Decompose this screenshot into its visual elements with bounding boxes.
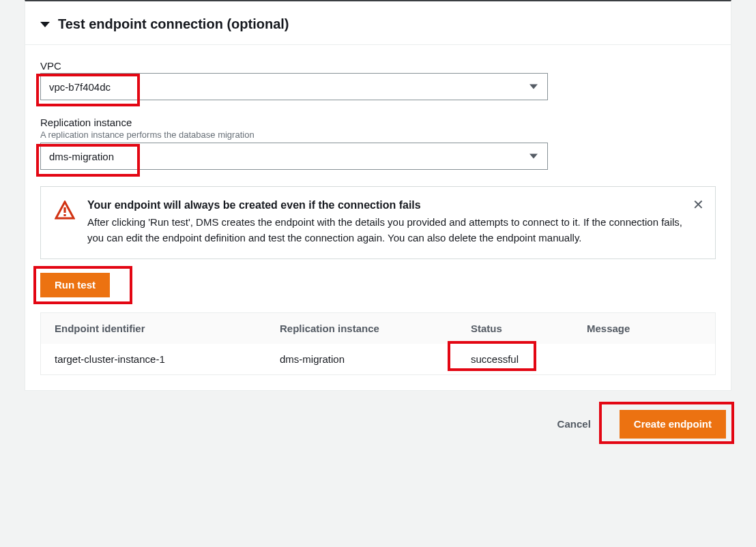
col-message-header: Message: [587, 323, 701, 334]
chevron-down-icon: [529, 85, 538, 89]
cell-message: [587, 353, 701, 365]
svg-rect-2: [63, 214, 66, 216]
vpc-select-value: vpc-b7f404dc: [49, 81, 111, 93]
run-test-container: Run test: [40, 273, 716, 297]
run-test-button[interactable]: Run test: [40, 273, 110, 297]
replication-desc: A replication instance performs the data…: [40, 130, 716, 140]
panel-body: VPC vpc-b7f404dc Replication instance A …: [25, 45, 731, 390]
alert-content: Your endpoint will always be created eve…: [87, 199, 701, 246]
col-replication-header: Replication instance: [280, 323, 471, 334]
vpc-field: VPC vpc-b7f404dc: [40, 60, 716, 100]
cell-status: successful: [471, 353, 587, 365]
close-icon[interactable]: ✕: [693, 198, 704, 211]
replication-field: Replication instance A replication insta…: [40, 117, 716, 170]
vpc-label: VPC: [40, 60, 716, 72]
footer-actions: Cancel Create endpoint: [0, 391, 756, 455]
table-row: target-cluster-instance-1 dms-migration …: [41, 344, 715, 374]
svg-rect-1: [63, 207, 66, 213]
cell-replication: dms-migration: [280, 353, 471, 365]
create-endpoint-button[interactable]: Create endpoint: [620, 410, 726, 439]
panel-header[interactable]: Test endpoint connection (optional): [25, 1, 731, 44]
warning-icon: [55, 201, 75, 246]
replication-label: Replication instance: [40, 117, 716, 128]
alert-body: After clicking 'Run test', DMS creates t…: [87, 214, 701, 246]
results-table: Endpoint identifier Replication instance…: [40, 312, 716, 375]
replication-select[interactable]: dms-migration: [40, 143, 548, 170]
test-endpoint-panel: Test endpoint connection (optional) VPC …: [25, 0, 731, 391]
cell-endpoint: target-cluster-instance-1: [55, 353, 280, 365]
replication-select-value: dms-migration: [49, 151, 114, 162]
table-header-row: Endpoint identifier Replication instance…: [41, 313, 715, 344]
cancel-button[interactable]: Cancel: [544, 412, 605, 437]
chevron-down-icon: [529, 154, 538, 159]
warning-alert: Your endpoint will always be created eve…: [40, 186, 716, 259]
panel-title: Test endpoint connection (optional): [58, 16, 289, 32]
vpc-select[interactable]: vpc-b7f404dc: [40, 73, 548, 100]
col-endpoint-header: Endpoint identifier: [55, 323, 280, 334]
collapse-icon: [40, 22, 50, 27]
col-status-header: Status: [471, 323, 587, 334]
alert-title: Your endpoint will always be created eve…: [87, 199, 701, 211]
